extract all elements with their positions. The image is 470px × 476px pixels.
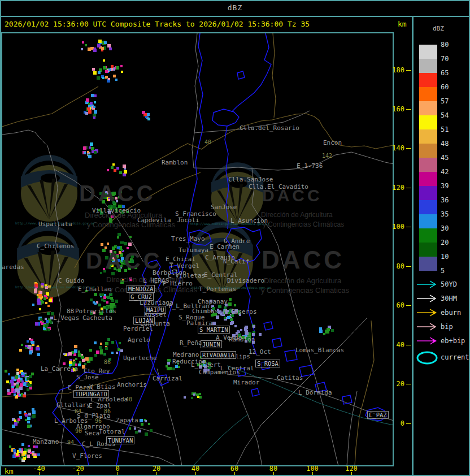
watermark-brand-text: DACC [262,248,345,272]
map-place-label: Cacheuta [82,315,112,322]
radar-app-window: { "window": { "title": "dBZ" }, "header"… [0,0,470,476]
map-road-label: 86 [104,359,111,365]
y-axis-tick-label: 0 [390,420,404,427]
map-place-label: Lomas_Blancas [295,347,344,354]
colorbar-value-label: 57 [441,98,463,105]
colorbar-swatch [419,115,437,129]
colorbar-value-label: 35 [441,211,463,218]
radar-echo-cluster [142,111,150,120]
map-place-label: L_HERAS [143,278,169,284]
map-place-label: Totoral [99,429,125,435]
window-title: dBZ [0,0,470,16]
current-storm-icon [416,350,439,367]
map-place-label: Perdriel [123,326,153,332]
radar-echo-cluster [12,408,36,428]
radar-echo-cluster [92,59,123,83]
y-axis-tick [406,423,411,424]
colorbar-swatch [419,172,437,186]
map-place-label: Anchoris [117,382,147,388]
track-arrow-icon [416,305,439,320]
map-place-label: E_Zpal [89,403,111,409]
map-place-label: Tulumaya [179,247,208,254]
x-axis-tick-label: 20 [145,465,168,472]
map-city-label: G_CRUZ [129,293,154,301]
colorbar-swatch [419,45,437,59]
map-city-label: JUNIN [201,340,222,348]
y-axis-tick-label: 180 [390,67,404,73]
map-river-line [237,71,245,79]
radar-echo-cluster [19,338,40,356]
panel-divider [412,16,414,475]
map-city-label: S_MARTIN [198,326,230,334]
map-city-label: S_ROSA [255,360,280,367]
colorbar-value-label: 20 [441,239,463,246]
map-place-label: 12_Oct [249,349,271,356]
x-axis-tick-label: 100 [301,465,324,472]
colorbar-value-label: 36 [441,197,463,204]
x-axis-tick-label: 80 [262,465,285,472]
radar-echo-cluster [107,163,127,176]
y-axis-tick-label: 60 [390,302,404,309]
map-place-label: Ramblon [229,336,255,343]
x-axis-tick-label: 120 [340,465,363,472]
colorbar-swatch [419,59,437,73]
radar-echo-cluster [84,94,97,119]
map-place-label: Clla.del_Rosario [240,125,299,132]
track-legend-label: eburn [441,309,461,316]
y-axis-tick-label: 140 [390,145,404,152]
map-place-label: Campamentos [199,369,240,376]
radar-echo-cluster [89,338,123,361]
map-city-label: L_PAZ [367,411,389,419]
map-place-label: L_Libert [191,362,221,369]
map-place-label: E_1-736 [297,163,323,170]
map-place-label: Ugarteche [123,355,157,362]
map-place-label: Villavicencio [92,207,141,214]
map-place-label: C_Guido [58,278,84,284]
map-place-label: Borbollon [153,270,186,276]
map-road-line [272,33,276,118]
map-place-label: Agrelo [128,337,150,344]
radar-echo-cluster [35,312,54,331]
colorbar-value-label: 39 [441,183,463,189]
radar-map-canvas[interactable]: DACCDirección de Agriculturay Contingenc… [1,32,394,466]
map-place-label: L_Dormida [298,390,332,396]
dacc-watermark-logo [21,155,77,222]
colorbar-title: dBZ [433,25,444,32]
map-place-label: Encon [323,140,342,146]
colorbar-swatch [419,101,437,115]
y-axis-tick-label: 100 [390,223,404,230]
map-city-label: TUPUNGATO [73,390,109,398]
x-axis-tick-label: -20 [67,465,89,472]
y-axis-tick [406,266,411,267]
colorbar-swatch [419,186,437,200]
y-axis-tick-label: 160 [390,106,404,112]
map-place-label: L_Vegas [53,315,79,322]
colorbar-value-label: 5 [441,267,463,274]
watermark-brand-text: DACC [86,249,163,272]
map-place-label: R_Peña [180,340,202,347]
dacc-watermark-logo [211,162,263,224]
colorbar-swatch [419,243,437,257]
x-axis-tick-label: -40 [28,465,50,472]
radar-echo-cluster [319,326,334,335]
map-place-label: Divisadero [227,278,264,284]
colorbar-swatch [419,214,437,228]
colorbar-value-label: 10 [441,253,463,260]
colorbar-value-label: 30 [441,225,463,232]
colorbar-value-label: 42 [441,168,463,175]
map-road-line [2,86,98,127]
map-road-line [2,311,51,322]
map-place-label: C_Chilenos [37,243,74,250]
y-axis-tick [406,345,411,345]
map-place-label: Jocoli [177,217,199,224]
colorbar-swatch [419,129,437,144]
x-axis-tick-label: 0 [106,465,129,472]
colorbar-value-label: 65 [441,70,463,76]
map-river-line [272,338,282,348]
track-arrow-icon [416,334,439,348]
radar-echo-cluster [82,142,98,158]
map-road-label: 40 [204,139,211,145]
map-place-label: Carrizal [153,375,182,382]
y-axis-tick [406,70,411,71]
map-place-label: Mirador [233,379,259,386]
